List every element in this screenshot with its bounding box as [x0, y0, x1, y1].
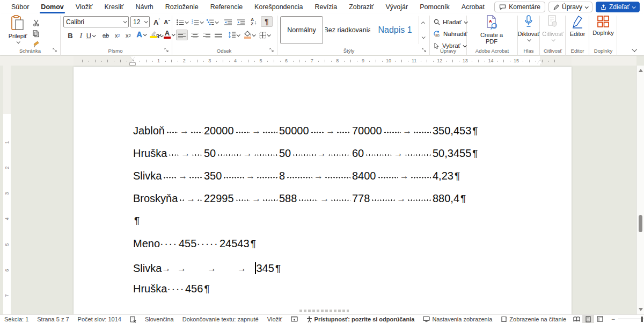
- paragraph-dialog-launcher-icon[interactable]: [269, 48, 275, 53]
- editor-button[interactable]: Editor: [568, 15, 587, 47]
- comments-label: Komentáre: [509, 3, 540, 11]
- status-macro[interactable]: [287, 315, 302, 323]
- text-line[interactable]: Slivka→→→→345¶: [133, 260, 541, 283]
- copy-button[interactable]: [30, 28, 42, 39]
- align-center-button[interactable]: [189, 30, 201, 40]
- scroll-up-icon[interactable]: [639, 69, 643, 72]
- right-indent-marker[interactable]: [537, 60, 543, 63]
- zoom-out-button[interactable]: −: [611, 316, 615, 322]
- text-line[interactable]: Hruška→50→50→60→50,3455¶: [133, 147, 541, 170]
- text-segment: 50: [204, 147, 216, 160]
- tab-vývojár[interactable]: Vývojár: [380, 0, 414, 14]
- dictate-button[interactable]: Diktovať: [518, 15, 539, 47]
- text-line[interactable]: Jabloň→20000→50000→70000→350,453¶: [133, 125, 541, 147]
- collapse-ribbon-button[interactable]: [632, 44, 636, 54]
- status-language[interactable]: Slovenčina: [141, 315, 178, 323]
- status-insert-mode[interactable]: Vložiť: [263, 315, 287, 323]
- line-spacing-button[interactable]: [228, 30, 239, 40]
- replace-button[interactable]: ab Nahradiť: [434, 29, 467, 39]
- tab-kresliť[interactable]: Kresliť: [99, 0, 130, 14]
- decrease-indent-button[interactable]: [222, 17, 234, 27]
- status-proofing[interactable]: [126, 315, 141, 323]
- vertical-scrollbar[interactable]: [636, 66, 644, 314]
- view-read-mode-button[interactable]: [570, 315, 582, 323]
- status-display-settings[interactable]: Nastavenia zobrazenia: [419, 315, 496, 323]
- view-web-layout-button[interactable]: [594, 315, 606, 323]
- highlight-button[interactable]: [149, 29, 161, 40]
- superscript-button[interactable]: x2: [122, 30, 134, 41]
- tab-acrobat[interactable]: Acrobat: [456, 0, 491, 14]
- styles-gallery-scrollbar[interactable]: [419, 16, 427, 44]
- bold-button[interactable]: B: [64, 30, 76, 41]
- tab-pomocník[interactable]: Pomocník: [414, 0, 456, 14]
- paste-button[interactable]: Prilepiť: [5, 15, 30, 47]
- cut-button[interactable]: [30, 17, 42, 28]
- tab-zobraziť[interactable]: Zobraziť: [343, 0, 379, 14]
- font-dialog-launcher-icon[interactable]: [164, 48, 170, 53]
- text-line[interactable]: Hruška··································…: [133, 283, 541, 305]
- horizontal-ruler[interactable]: 123456789101112131415: [0, 56, 636, 66]
- find-button[interactable]: Hľadať: [434, 17, 467, 27]
- justify-button[interactable]: [213, 30, 224, 40]
- font-size-combobox[interactable]: 12: [130, 16, 150, 27]
- strikethrough-button[interactable]: ab: [100, 30, 112, 41]
- clipboard-dialog-launcher-icon[interactable]: [53, 48, 58, 53]
- tab-revízia[interactable]: Revízia: [309, 0, 343, 14]
- tab-vložiť[interactable]: Vložiť: [70, 0, 99, 14]
- view-print-layout-button[interactable]: [582, 315, 594, 323]
- left-indent-marker[interactable]: [130, 63, 135, 65]
- shading-button[interactable]: [244, 30, 255, 40]
- subscript-button[interactable]: x2: [112, 30, 123, 41]
- borders-button[interactable]: [259, 30, 270, 40]
- text-line[interactable]: ¶: [133, 215, 541, 238]
- scrollbar-thumb[interactable]: [639, 215, 642, 232]
- text-segment: 50,3455: [433, 147, 471, 160]
- tab-domov[interactable]: Domov: [35, 0, 69, 14]
- align-left-button[interactable]: [176, 30, 188, 40]
- vertical-ruler[interactable]: 1234567: [3, 66, 11, 314]
- align-right-button[interactable]: [201, 30, 213, 40]
- status-text-predictions[interactable]: Dokončovanie textu: zapnuté: [178, 315, 263, 323]
- style-card-nadpis-1[interactable]: Nadpis 1: [372, 16, 418, 44]
- editing-mode-button[interactable]: Úpravy: [548, 2, 592, 12]
- tab-referencie[interactable]: Referencie: [204, 0, 248, 14]
- sort-button[interactable]: AZ↓: [248, 17, 260, 27]
- share-button[interactable]: Zdieľať: [596, 2, 640, 12]
- style-card-normálny[interactable]: Normálny: [280, 16, 323, 44]
- numbering-button[interactable]: 12: [191, 17, 203, 27]
- bullets-button[interactable]: [176, 17, 188, 27]
- increase-indent-button[interactable]: [235, 17, 247, 27]
- scroll-down-icon[interactable]: [639, 308, 643, 311]
- font-name-combobox[interactable]: Calibri: [63, 16, 129, 27]
- zoom-slider[interactable]: [618, 319, 644, 320]
- text-effects-button[interactable]: A: [135, 29, 147, 40]
- styles-dialog-launcher-icon[interactable]: [422, 48, 427, 53]
- status-page-number[interactable]: Strana 5 z 7: [33, 315, 73, 323]
- editing-mode-label: Úpravy: [562, 3, 582, 11]
- text-line[interactable]: Slivka→350→8→8400→4,23¶: [133, 170, 541, 192]
- status-word-count[interactable]: Počet slov: 1014: [74, 315, 126, 323]
- zoom-slider-thumb[interactable]: [641, 317, 643, 322]
- tab-súbor[interactable]: Súbor: [5, 0, 35, 14]
- underline-button[interactable]: U: [85, 30, 97, 41]
- font-color-button[interactable]: A: [163, 29, 175, 40]
- first-line-indent-marker[interactable]: [130, 56, 135, 60]
- create-pdf-button[interactable]: A Create a PDF: [475, 15, 508, 47]
- status-section[interactable]: Sekcia: 1: [0, 315, 33, 323]
- show-formatting-marks-button[interactable]: ¶: [261, 16, 273, 27]
- text-line[interactable]: Meno····································…: [133, 238, 541, 260]
- multilevel-list-button[interactable]: [206, 17, 218, 27]
- status-read-mode[interactable]: Zobrazenie na čítanie: [496, 315, 570, 323]
- text-line[interactable]: Broskyňa→22995→588→778→880,4¶: [133, 192, 541, 215]
- document-page[interactable]: Jabloň→20000→50000→70000→350,453¶Hruška→…: [74, 67, 572, 314]
- status-accessibility[interactable]: Prístupnosť: pozrite si odporúčania: [302, 315, 419, 323]
- tab-návrh[interactable]: Návrh: [129, 0, 159, 14]
- shrink-font-button[interactable]: Aˇ: [161, 17, 173, 27]
- addins-button[interactable]: Doplnky: [591, 15, 615, 47]
- tab-korešpondencia[interactable]: Korešpondencia: [248, 0, 309, 14]
- comments-button[interactable]: Komentáre: [494, 2, 545, 12]
- tab-rozloženie[interactable]: Rozloženie: [159, 0, 204, 14]
- style-card-bez-riadkovania[interactable]: Bez riadkovania: [325, 16, 370, 44]
- decrease-indent-icon: [224, 19, 232, 25]
- text-segment: 70000: [352, 125, 382, 137]
